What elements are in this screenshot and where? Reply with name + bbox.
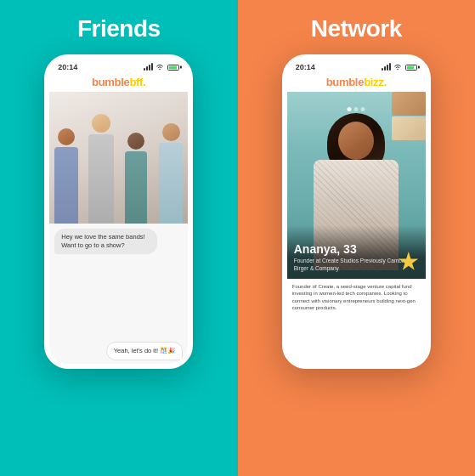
- chat-bubble-right: Yeah, let's do it! 🎊🎉: [106, 342, 184, 360]
- status-icons-left: [144, 64, 179, 71]
- dot-1: [348, 107, 352, 111]
- battery-icon: [167, 65, 179, 71]
- signal-icon: [144, 64, 153, 71]
- dot-3: [361, 107, 365, 111]
- bizz-profile-photo: Ananya, 33 Founder at Create Studios Pre…: [287, 92, 426, 279]
- network-panel: Network 20:14: [238, 0, 476, 476]
- app-mode-left: bff.: [129, 76, 145, 88]
- name-overlay: Ananya, 33 Founder at Create Studios Pre…: [287, 225, 426, 279]
- app-header-left: bumblebff.: [49, 73, 188, 92]
- friends-phone: 20:14: [44, 54, 193, 369]
- bizz-tile-1: [392, 92, 426, 116]
- network-title: Network: [311, 15, 402, 42]
- friends-panel: Friends 20:14: [0, 0, 238, 476]
- person-face: [338, 122, 374, 160]
- signal-icon-right: [382, 64, 391, 71]
- friends-photo: [49, 92, 188, 224]
- wifi-icon-right: [393, 64, 402, 71]
- profile-name: Ananya, 33: [294, 242, 419, 256]
- network-phone: 20:14: [282, 54, 431, 369]
- friends-group: [49, 92, 188, 224]
- wifi-icon: [156, 64, 164, 71]
- person-head: [334, 117, 378, 164]
- status-time-right: 20:14: [296, 63, 315, 71]
- friend-3: [119, 133, 153, 224]
- friends-title: Friends: [77, 15, 161, 42]
- chat-bubble-left: Hey we love the same bands! Want to go t…: [54, 229, 157, 254]
- dot-2: [354, 107, 359, 111]
- bumble-brand-left: bumble: [92, 76, 129, 88]
- chat-area: Hey we love the same bands! Want to go t…: [49, 224, 188, 364]
- photo-dots: [348, 107, 365, 111]
- profile-description: Founder of Create, a seed-stage venture …: [287, 279, 426, 364]
- battery-icon-right: [405, 65, 417, 71]
- friend-4: [154, 123, 188, 224]
- app-mode-right: bizz.: [364, 76, 387, 88]
- friend-2: [84, 114, 118, 224]
- status-bar-right: 20:14: [287, 60, 426, 73]
- profile-title: Founder at Create Studios Previously Cam…: [294, 258, 419, 272]
- bumble-brand-right: bumble: [326, 76, 364, 88]
- status-bar-left: 20:14: [49, 60, 188, 73]
- status-time-left: 20:14: [58, 63, 77, 71]
- app-header-right: bumblebizz.: [287, 73, 426, 92]
- friend-1: [49, 128, 83, 224]
- status-icons-right: [382, 64, 417, 71]
